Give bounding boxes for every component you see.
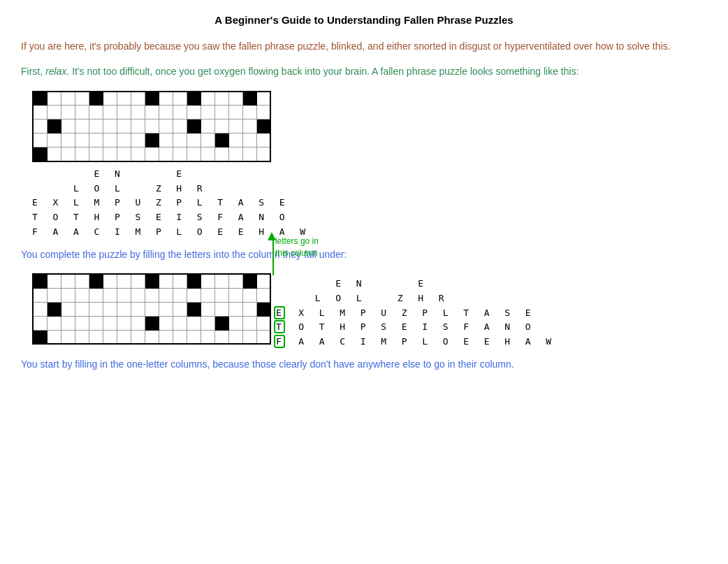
letter-row: E N E (32, 167, 707, 182)
bottom-text: You start by filling in the one-letter c… (21, 359, 514, 370)
highlighted-letter: F (274, 335, 285, 348)
letter-row: L O L Z H R (274, 291, 553, 306)
puzzle-area-2: letters go in this column E N E L O L Z … (32, 273, 707, 349)
intro-text: If you are here, it's probably because y… (21, 41, 671, 52)
relax-intro-text: First, (21, 66, 45, 77)
letter-row: L O L Z H R (32, 182, 707, 196)
highlighted-letter: T (274, 320, 285, 333)
highlighted-letter: E (274, 306, 285, 319)
letter-row: T O T H P S E I S F A N O (32, 210, 707, 225)
letters2-annotation-container: letters go in this column E N E L O L Z … (274, 274, 553, 349)
puzzle-area-1: E N E L O L Z H R E X L M P U Z P L T A … (32, 91, 707, 240)
annotation-wrapper (32, 273, 271, 347)
complete-text-paragraph: You complete the puzzle by filling the l… (21, 247, 707, 262)
letter-row: E X L M P U Z P L T A S E (274, 306, 553, 321)
crossword-grid-2 (32, 273, 271, 345)
intro-paragraph: If you are here, it's probably because y… (21, 38, 707, 54)
letter-row: T O T H P S E I S F A N O (274, 320, 553, 335)
arrow-line (272, 240, 274, 275)
annotation-text: letters go in this column (275, 236, 319, 259)
letter-grid-1: E N E L O L Z H R E X L M P U Z P L T A … (32, 167, 707, 240)
letter-row: E X L M P U Z P L T A S E (32, 196, 707, 210)
arrow-annotation (264, 232, 276, 275)
relax-paragraph: First, relax. It's not too difficult, on… (21, 64, 707, 79)
relax-word: relax (45, 66, 66, 77)
grid-wrapper-2 (32, 273, 271, 345)
letter-row: E N E (274, 277, 553, 291)
letter-grid-2: E N E L O L Z H R E X L M P U Z P L T A … (274, 277, 553, 349)
grid-wrapper-1 (32, 91, 271, 162)
letter-row: F A A C I M P L O E E H A W (32, 225, 707, 240)
page-title: A Beginner's Guide to Understanding Fall… (21, 14, 707, 26)
relax-rest-text: . It's not too difficult, once you get o… (66, 66, 578, 77)
crossword-grid-1 (32, 91, 271, 162)
bottom-paragraph: You start by filling in the one-letter c… (21, 356, 707, 372)
letter-row: F A A C I M P L O E E H A W (274, 335, 553, 349)
